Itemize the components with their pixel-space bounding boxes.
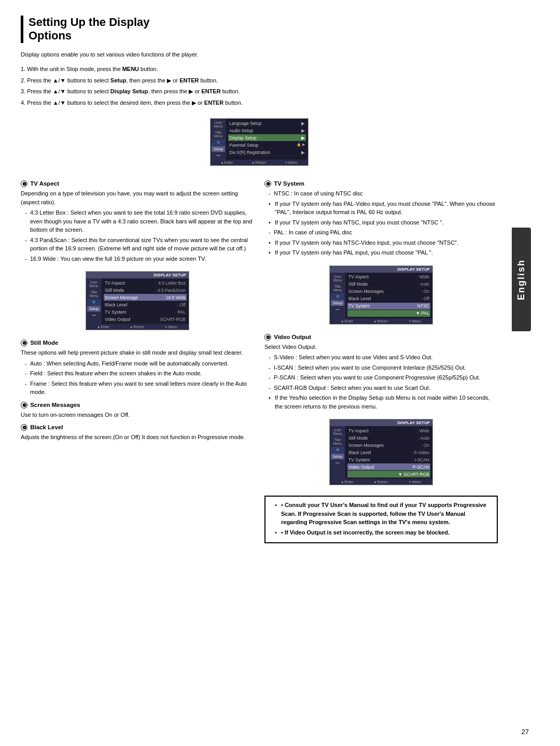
still-mode-heading: ❷ Still Mode bbox=[21, 340, 254, 346]
menu4-tv-aspect: TV Aspect: Wide bbox=[347, 427, 430, 434]
page-title: Setting Up the Display Options bbox=[21, 16, 498, 43]
still-mode-auto: Auto : When selecting Auto, Field/Frame … bbox=[25, 359, 254, 368]
menu-title-2: DISPLAY SETUP bbox=[86, 272, 189, 278]
menu-title-3: DISPLAY SETUP bbox=[330, 266, 432, 273]
warning-list: • Consult your TV User's Manual to find … bbox=[271, 501, 492, 537]
still-mode-field: Field : Select this feature when the scr… bbox=[25, 369, 254, 378]
english-tab: English bbox=[512, 228, 531, 331]
video-output-intro: Select Video Output. bbox=[264, 343, 498, 351]
still-mode-frame: Frame : Select this feature when you wan… bbox=[25, 379, 254, 397]
video-output-iscan: I-SCAN : Select when you want to use Com… bbox=[269, 363, 498, 372]
video-output-svideo: S-Video : Select when you want to use Vi… bbox=[269, 353, 498, 362]
tv-system-dots1: If your TV system only has PAL-Video inp… bbox=[264, 200, 498, 227]
menu-item-language: Language Setup▶ bbox=[228, 120, 306, 127]
video-output-timeout: If the Yes/No selection in the Display S… bbox=[269, 393, 498, 411]
video-output-scart: SCART-RGB Output : Select when you want … bbox=[269, 384, 498, 392]
warning-box: • Consult your TV User's Manual to find … bbox=[264, 496, 498, 543]
menu4-video-output: Video OutputP-SCAN bbox=[347, 463, 430, 471]
warning-item-1: • Consult your TV User's Manual to find … bbox=[275, 501, 492, 527]
video-output-heading: ❻ Video Output bbox=[264, 334, 498, 341]
screen-messages-text: Use to turn on-screen messages On or Off… bbox=[21, 411, 254, 419]
menu3-still-mode: Still Mode: Auto bbox=[347, 281, 430, 288]
warning-item-2: • If Video Output is set incorrectly, th… bbox=[275, 528, 492, 537]
menu2-black-level: Black Level: Off bbox=[104, 301, 187, 308]
menu2-tv-aspect: TV Aspect: 4:3 Letter Box bbox=[104, 279, 187, 287]
menu2-video-output: Video Output: SCART-RGB bbox=[104, 316, 187, 323]
tv-aspect-item-1: 4:3 Letter Box : Select when you want to… bbox=[25, 208, 254, 234]
menu4-still-mode: Still Mode: Auto bbox=[347, 434, 430, 442]
tv-system-dot-4: If your TV system only has PAL input, yo… bbox=[269, 248, 498, 257]
menu-item-audio: Audio Setup▶ bbox=[228, 127, 306, 134]
step-4: 4. Press the ▲/▼ buttons to select the d… bbox=[21, 98, 498, 107]
tv-system-ntsc-disc: NTSC : In case of using NTSC disc bbox=[269, 189, 498, 198]
menu-item-parental: Parental Setup🔒 ▶ bbox=[228, 142, 306, 149]
menu3-tv-aspect: TV Aspect: Wide bbox=[347, 274, 430, 281]
menu-item-display: Display Setup▶ bbox=[228, 134, 306, 142]
menu4-screen-msg: Screen Messages: On bbox=[347, 442, 430, 449]
tv-system-pal-disc: PAL : In case of using PAL disc bbox=[269, 228, 498, 237]
tv-aspect-item-2: 4:3 Pan&Scan : Select this for conventio… bbox=[25, 236, 254, 253]
menu-title-4: DISPLAY SETUP bbox=[330, 419, 432, 426]
tv-system-dot-2: If your TV system only has NTSC, input y… bbox=[269, 218, 498, 227]
black-level-heading: ❹ Black Level bbox=[21, 424, 254, 431]
menu2-screen-msg: Screen Message: 16:9 Wide bbox=[104, 294, 187, 301]
tv-system-dot-3: If your TV system only has NTSC-Video in… bbox=[269, 238, 498, 247]
menu-item-divx: Div.X(R) Registration▶ bbox=[228, 149, 306, 156]
still-mode-list: Auto : When selecting Auto, Field/Frame … bbox=[21, 359, 254, 397]
step-1: 1. With the unit in Stop mode, press the… bbox=[21, 65, 498, 74]
menu4-tv-system: TV System: I-SCAN bbox=[347, 456, 430, 463]
video-output-pscan: P-SCAN : Select when you want to use Com… bbox=[269, 373, 498, 382]
tv-system-dash2: PAL : In case of using PAL disc bbox=[264, 228, 498, 237]
language-sidebar: English bbox=[503, 16, 539, 543]
steps-list: 1. With the unit in Stop mode, press the… bbox=[21, 65, 498, 107]
black-level-text: Adjusts the brightness of the screen.(On… bbox=[21, 433, 254, 442]
menu3-black-level: Black Level: Off bbox=[347, 295, 430, 303]
still-mode-intro: These options will help prevent picture … bbox=[21, 348, 254, 357]
menu2-still-mode: Still Mode: 4:3 Pan&Scan bbox=[104, 287, 187, 294]
menu-screenshot-2: DISPLAY SETUP UserMenu TitleMenu ⚙ Setup… bbox=[86, 271, 189, 330]
tv-system-heading: ❺ TV System bbox=[264, 180, 498, 187]
tv-aspect-item-3: 16:9 Wide : You can view the full 16:9 p… bbox=[25, 255, 254, 263]
tv-aspect-heading: ❶ TV Aspect bbox=[21, 180, 254, 187]
page-number: 27 bbox=[522, 728, 529, 736]
step-2: 2. Press the ▲/▼ buttons to select Setup… bbox=[21, 76, 498, 85]
step-3: 3. Press the ▲/▼ buttons to select Displ… bbox=[21, 87, 498, 96]
tv-system-dash1: NTSC : In case of using NTSC disc bbox=[264, 189, 498, 198]
menu2-tv-system: TV System: PAL bbox=[104, 308, 187, 316]
tv-aspect-intro: Depending on a type of television you ha… bbox=[21, 189, 254, 206]
menu3-screen-msg: Screen Messages: On bbox=[347, 288, 430, 295]
tv-aspect-list: 4:3 Letter Box : Select when you want to… bbox=[21, 208, 254, 263]
menu4-scart: ▼ SCART-RGB bbox=[347, 471, 430, 478]
menu4-black-level: Black Level: S-Video bbox=[347, 449, 430, 456]
menu-screenshot-1: UserMenu TitleMenu ⚙ Setup ••• Language … bbox=[210, 118, 309, 166]
video-output-list: S-Video : Select when you want to use Vi… bbox=[264, 353, 498, 392]
video-output-dots: If the Yes/No selection in the Display S… bbox=[264, 393, 498, 411]
menu3-pal: ▼ PAL bbox=[347, 310, 430, 317]
menu-screenshot-4: DISPLAY SETUP UserMenu TitleMenu ⚙ Setup… bbox=[329, 419, 433, 485]
intro-text: Display options enable you to set variou… bbox=[21, 50, 498, 59]
menu3-tv-system: TV SystemNTSC bbox=[347, 303, 430, 310]
menu-screenshot-3: DISPLAY SETUP UserMenu TitleMenu ⚙ Setup… bbox=[329, 265, 433, 325]
tv-system-dot-1: If your TV system only has PAL-Video inp… bbox=[269, 200, 498, 217]
tv-system-dots2: If your TV system only has NTSC-Video in… bbox=[264, 238, 498, 257]
screen-messages-heading: ❸ Screen Messages bbox=[21, 402, 254, 409]
